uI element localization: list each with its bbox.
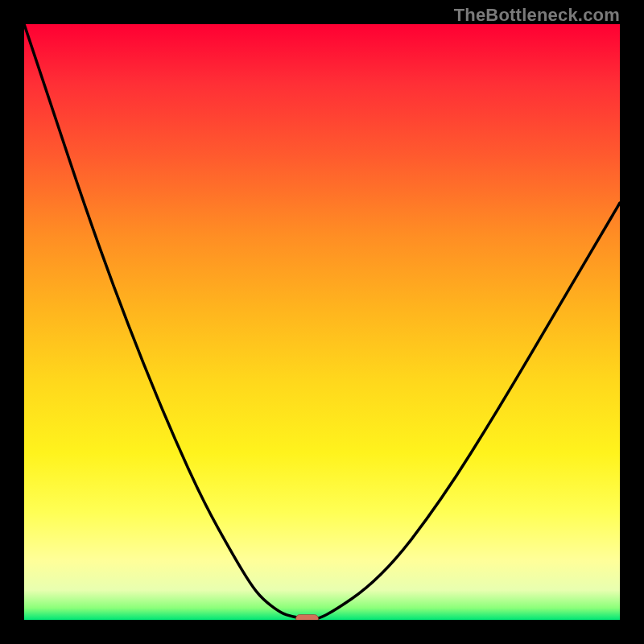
watermark-text: TheBottleneck.com	[454, 5, 620, 26]
bottleneck-curve	[24, 24, 620, 619]
plot-area	[24, 24, 620, 620]
svg-rect-0	[296, 615, 319, 621]
outer-frame: TheBottleneck.com	[0, 0, 644, 644]
chart-svg	[24, 24, 620, 620]
optimal-point-marker	[296, 615, 319, 621]
